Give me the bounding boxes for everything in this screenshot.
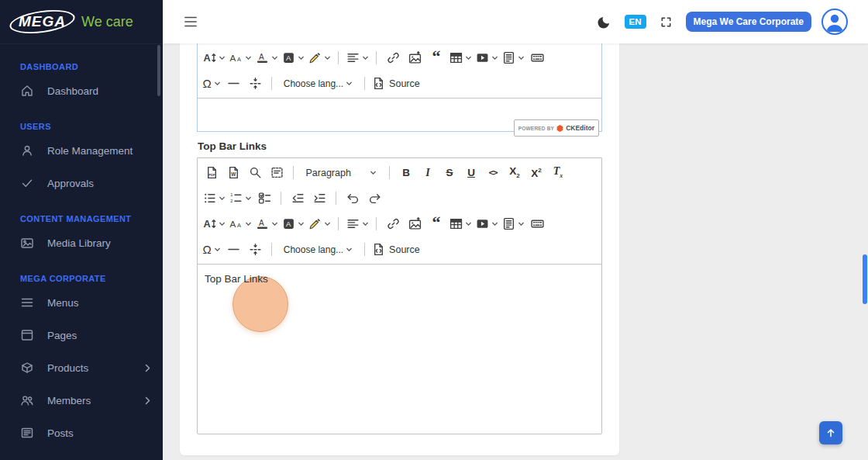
numbered-list-button[interactable]: 12 — [229, 188, 253, 208]
html-embed-button[interactable] — [528, 214, 547, 233]
page-break-button[interactable] — [246, 74, 265, 93]
insert-media-button[interactable] — [475, 214, 499, 233]
code-button[interactable]: <> — [484, 163, 503, 182]
horizontal-line-button[interactable] — [224, 74, 243, 93]
superscript-button[interactable]: X2 — [527, 163, 546, 182]
horizontal-line-button[interactable] — [224, 240, 243, 259]
font-background-button[interactable]: A — [281, 214, 305, 233]
page-scrollbar-thumb[interactable] — [863, 254, 867, 304]
underline-button[interactable]: U — [462, 163, 481, 182]
chevron-down-icon — [271, 220, 278, 227]
toolbar-separator — [281, 192, 281, 205]
numbered-list-icon: 12 — [229, 192, 243, 205]
redo-button[interactable] — [365, 188, 384, 208]
font-size-button[interactable]: A — [202, 48, 226, 67]
insert-template-button[interactable] — [501, 48, 525, 67]
bold-icon: B — [402, 168, 410, 178]
account-button[interactable]: Mega We Care Corporate — [686, 12, 811, 32]
insert-table-button[interactable] — [449, 214, 473, 233]
language-badge[interactable]: EN — [625, 15, 646, 29]
highlight-icon — [308, 217, 322, 230]
toolbar-row: 12 — [201, 185, 598, 211]
html-embed-icon — [531, 51, 544, 64]
select-all-button[interactable] — [267, 163, 287, 182]
editor2-toolbar: PDFWParagraphBISU<>X2X2Tx12AAAAA“ΩChoose… — [198, 158, 601, 265]
link-button[interactable] — [384, 48, 403, 67]
sidebar-toggle-button[interactable] — [180, 12, 202, 31]
paragraph-dropdown[interactable]: Paragraph — [301, 163, 383, 182]
field-label: Top Bar Links — [198, 140, 601, 152]
special-characters-button[interactable]: Ω — [202, 240, 222, 259]
indent-icon — [313, 192, 326, 205]
insert-image-button[interactable] — [405, 48, 425, 67]
remove-format-button[interactable]: Tx — [549, 163, 568, 182]
font-color-button[interactable]: A — [255, 48, 279, 67]
bold-button[interactable]: B — [397, 163, 416, 182]
find-replace-button[interactable] — [246, 163, 265, 182]
sidebar-item-products[interactable]: Products — [0, 351, 163, 384]
indent-button[interactable] — [310, 188, 329, 208]
sidebar-item-approvals[interactable]: Approvals — [0, 167, 163, 199]
toolbar-separator — [389, 166, 390, 179]
special-char-icon: Ω — [203, 244, 212, 255]
template-icon — [502, 51, 515, 64]
brand-logo[interactable]: MEGA We care — [0, 0, 163, 44]
font-size-button[interactable]: A — [202, 214, 226, 233]
subscript-button[interactable]: X2 — [505, 163, 525, 182]
home-icon — [20, 84, 34, 98]
ckeditor-badge[interactable]: POWERED BY CKEditor — [514, 119, 599, 137]
sidebar-nav: DASHBOARDDashboardUSERSRole ManagementAp… — [0, 44, 163, 449]
sidebar-item-pages[interactable]: Pages — [0, 319, 163, 351]
user-avatar[interactable] — [822, 9, 848, 35]
toolbar-row: ΩChoose lang...Source — [201, 71, 598, 96]
dark-mode-toggle[interactable] — [594, 12, 615, 33]
sidebar-scrollbar-thumb[interactable] — [157, 45, 160, 96]
insert-image-button[interactable] — [405, 214, 425, 233]
html-embed-button[interactable] — [528, 48, 547, 67]
source-button[interactable]: Source — [371, 240, 421, 259]
outdent-button[interactable] — [288, 188, 308, 208]
fullscreen-button[interactable] — [656, 12, 676, 32]
todo-list-button[interactable] — [255, 188, 274, 208]
language-dropdown[interactable]: Choose lang... — [279, 74, 357, 93]
chevron-down-icon — [362, 54, 369, 61]
link-button[interactable] — [384, 214, 403, 233]
block-quote-button[interactable]: “ — [427, 214, 446, 233]
html-embed-icon — [531, 217, 544, 230]
sidebar-item-menus[interactable]: Menus — [0, 286, 163, 319]
scroll-to-top-button[interactable] — [819, 421, 842, 444]
special-characters-button[interactable]: Ω — [202, 74, 222, 93]
italic-button[interactable]: I — [418, 163, 438, 182]
font-color-button[interactable]: A — [255, 214, 279, 233]
font-background-button[interactable]: A — [281, 48, 305, 67]
source-button[interactable]: Source — [371, 74, 421, 93]
bulleted-list-button[interactable] — [202, 188, 226, 208]
svg-text:A: A — [286, 220, 291, 228]
strikethrough-button[interactable]: S — [440, 163, 460, 182]
todo-list-icon — [258, 192, 271, 205]
chevron-right-icon — [145, 396, 150, 405]
font-family-icon: AA — [229, 51, 243, 64]
highlight-button[interactable] — [308, 214, 332, 233]
quote-icon: “ — [432, 220, 441, 228]
block-quote-button[interactable]: “ — [427, 48, 446, 67]
insert-template-button[interactable] — [501, 214, 525, 233]
highlight-button[interactable] — [308, 48, 332, 67]
language-dropdown[interactable]: Choose lang... — [279, 240, 357, 259]
sidebar-item-posts[interactable]: Posts — [0, 417, 163, 449]
sidebar-item-members[interactable]: Members — [0, 384, 163, 417]
sidebar-item-role-management[interactable]: Role Management — [0, 134, 163, 167]
alignment-button[interactable] — [346, 214, 370, 233]
insert-media-button[interactable] — [475, 48, 499, 67]
sidebar-item-media-library[interactable]: Media Library — [0, 227, 163, 259]
undo-button[interactable] — [343, 188, 363, 208]
font-family-button[interactable]: AA — [229, 214, 253, 233]
sidebar-item-dashboard[interactable]: Dashboard — [0, 74, 163, 107]
insert-table-button[interactable] — [449, 48, 473, 67]
export-word-button[interactable]: W — [224, 163, 243, 182]
export-pdf-button[interactable]: PDF — [202, 163, 222, 182]
editor2-content[interactable]: Top Bar Links — [198, 265, 601, 434]
font-family-button[interactable]: AA — [229, 48, 253, 67]
page-break-button[interactable] — [246, 240, 265, 259]
alignment-button[interactable] — [346, 48, 370, 67]
